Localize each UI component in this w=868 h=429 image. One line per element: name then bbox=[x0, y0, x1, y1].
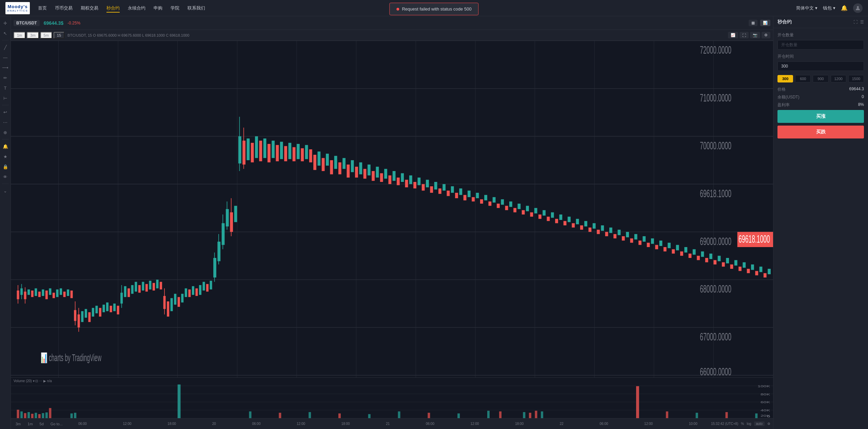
list-icon[interactable]: ☰ bbox=[860, 20, 864, 24]
time-nav-buttons: 3m 1m 5d Go to... bbox=[14, 422, 65, 426]
crosshair-tool[interactable]: ✛ bbox=[1, 19, 9, 27]
expand-icon[interactable]: ⛶ bbox=[853, 20, 857, 24]
eye-tool[interactable]: 👁 bbox=[1, 173, 9, 181]
nav-academy[interactable]: 学院 bbox=[171, 4, 179, 13]
right-panel: 秒合约 ⛶ ☰ 开仓数量 开仓时间 300 600 900 1200 1500 … bbox=[773, 16, 868, 429]
svg-rect-80 bbox=[203, 282, 205, 291]
time-label-13: 12:00 bbox=[644, 422, 653, 426]
ruler-tool[interactable]: ⊢ bbox=[1, 94, 9, 102]
svg-rect-150 bbox=[463, 195, 467, 200]
svg-rect-245 bbox=[38, 414, 41, 418]
tf-3m[interactable]: 3m bbox=[27, 32, 39, 39]
svg-rect-161 bbox=[509, 202, 512, 207]
svg-rect-109 bbox=[293, 147, 296, 162]
open-qty-input[interactable] bbox=[777, 40, 864, 50]
svg-rect-215 bbox=[734, 260, 737, 265]
auto-button[interactable]: auto bbox=[754, 422, 765, 426]
svg-rect-73 bbox=[178, 297, 180, 307]
undo-tool[interactable]: ↩ bbox=[1, 108, 9, 116]
time-option-600[interactable]: 600 bbox=[795, 75, 811, 82]
open-time-input[interactable] bbox=[777, 61, 864, 71]
language-selector[interactable]: 简体中文 ▾ bbox=[796, 5, 817, 11]
svg-rect-113 bbox=[309, 149, 312, 162]
user-avatar[interactable] bbox=[853, 3, 863, 13]
nav-contact[interactable]: 联系我们 bbox=[188, 4, 205, 13]
tf-15m[interactable]: 15 bbox=[54, 32, 64, 39]
svg-rect-180 bbox=[589, 227, 592, 232]
svg-rect-255 bbox=[338, 413, 341, 418]
nav-3m[interactable]: 3m bbox=[14, 422, 23, 426]
svg-text:40K: 40K bbox=[761, 409, 770, 412]
time-option-1200[interactable]: 1200 bbox=[831, 75, 846, 82]
alert-tool[interactable]: 🔔 bbox=[1, 142, 9, 150]
lock-tool[interactable]: 🔒 bbox=[1, 163, 9, 171]
svg-rect-159 bbox=[501, 199, 504, 205]
time-option-900[interactable]: 900 bbox=[813, 75, 828, 82]
chart-type-candle[interactable]: 📊 bbox=[760, 20, 770, 26]
svg-rect-145 bbox=[442, 184, 446, 190]
brand-logo[interactable]: Moody's ANALYTICS bbox=[5, 2, 30, 14]
wallet-button[interactable]: 钱包 ▾ bbox=[823, 5, 835, 11]
svg-rect-138 bbox=[413, 182, 416, 188]
nav-options[interactable]: 期权交易 bbox=[81, 4, 98, 13]
brand-name-bottom: ANALYTICS bbox=[7, 9, 28, 12]
time-option-1500[interactable]: 1500 bbox=[848, 75, 864, 82]
buy-down-button[interactable]: 买跌 bbox=[777, 126, 864, 138]
text-tool[interactable]: T bbox=[1, 84, 9, 92]
time-label-5: 12:00 bbox=[297, 422, 305, 426]
cursor-tool[interactable]: ↖ bbox=[1, 29, 9, 37]
svg-rect-32 bbox=[45, 291, 48, 299]
svg-rect-37 bbox=[63, 292, 66, 297]
svg-rect-258 bbox=[428, 413, 430, 418]
nav-goto[interactable]: Go to... bbox=[48, 422, 65, 426]
screenshot-button[interactable]: 📷 bbox=[750, 32, 760, 38]
notification-bell-icon[interactable]: 🔔 bbox=[841, 5, 848, 11]
horizontal-line-tool[interactable]: — bbox=[1, 53, 9, 61]
nav-spot[interactable]: 币币交易 bbox=[55, 4, 73, 13]
nav-5d[interactable]: 5d bbox=[38, 422, 46, 426]
svg-rect-76 bbox=[188, 290, 191, 297]
zoom-tool[interactable]: ⊕ bbox=[1, 128, 9, 136]
log-button[interactable]: log bbox=[747, 422, 751, 426]
svg-rect-141 bbox=[426, 180, 429, 187]
trend-line-tool[interactable]: ╱ bbox=[1, 43, 9, 51]
svg-rect-254 bbox=[309, 412, 311, 418]
svg-rect-184 bbox=[605, 232, 608, 236]
candle-chart-area[interactable]: 69618.1000 72000.0000 71000.0000 70000.0… bbox=[11, 41, 773, 377]
time-label-8: 06:00 bbox=[426, 422, 434, 426]
svg-rect-33 bbox=[49, 288, 51, 295]
svg-rect-176 bbox=[572, 223, 575, 228]
svg-rect-198 bbox=[664, 247, 667, 251]
star-tool[interactable]: ★ bbox=[1, 152, 9, 161]
svg-text:66000.0000: 66000.0000 bbox=[700, 366, 731, 377]
nav-perpetual[interactable]: 永续合约 bbox=[128, 4, 145, 13]
settings-button[interactable]: ⚙ bbox=[762, 32, 770, 38]
chart-type-bar[interactable]: ▦ bbox=[749, 20, 757, 26]
svg-rect-244 bbox=[35, 413, 37, 418]
svg-rect-192 bbox=[638, 241, 642, 245]
time-option-300[interactable]: 300 bbox=[777, 75, 793, 82]
nav-1m[interactable]: 1m bbox=[25, 422, 35, 426]
indicator-button[interactable]: 📈 bbox=[728, 32, 738, 38]
trading-pair-badge[interactable]: BTC/USDT bbox=[14, 20, 40, 26]
ray-tool[interactable]: ⟶ bbox=[1, 63, 9, 72]
profit-label: 盈利率 bbox=[777, 102, 790, 108]
svg-rect-124 bbox=[355, 167, 358, 178]
settings-icon[interactable]: ⚙ bbox=[767, 422, 770, 426]
buy-up-button[interactable]: 买涨 bbox=[777, 110, 864, 123]
svg-rect-203 bbox=[684, 247, 687, 253]
nav-home[interactable]: 首页 bbox=[38, 4, 47, 13]
timeframe-bar: 1m 3m 5m 15 BTC/USDT, 15 O 69675.6000 H … bbox=[11, 30, 773, 41]
fullscreen-button[interactable]: ⛶ bbox=[739, 32, 749, 38]
tf-5m[interactable]: 5m bbox=[40, 32, 52, 39]
tf-1m[interactable]: 1m bbox=[14, 32, 25, 39]
svg-rect-136 bbox=[405, 180, 408, 187]
nav-second-contract[interactable]: 秒合约 bbox=[106, 4, 120, 13]
nav-purchase[interactable]: 申购 bbox=[154, 4, 162, 13]
chevron-down-tool[interactable]: ⌄ bbox=[1, 187, 9, 195]
pencil-tool[interactable]: ✏ bbox=[1, 74, 9, 82]
svg-rect-196 bbox=[655, 245, 658, 249]
pattern-tool[interactable]: ⋯ bbox=[1, 118, 9, 126]
svg-rect-195 bbox=[651, 238, 654, 244]
svg-rect-34 bbox=[53, 293, 55, 298]
